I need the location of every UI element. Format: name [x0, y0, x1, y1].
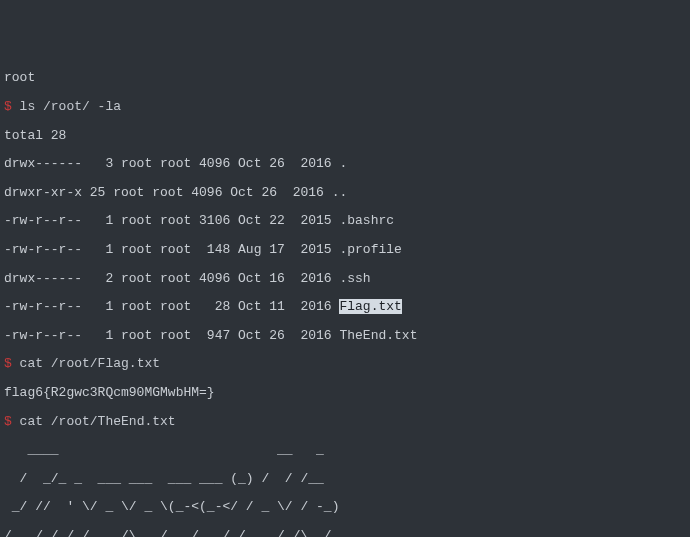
out-line: -rw-r--r-- 1 root root 3106 Oct 22 2015 … [4, 214, 686, 228]
command-text: cat /root/Flag.txt [20, 356, 160, 371]
ascii-art-line: _/ // ' \/ _ \/ _ \(_-<(_-</ / _ \/ / -_… [4, 500, 686, 514]
ascii-art-line: / _/_ _ ___ ___ ___ ___ (_) / / /__ [4, 472, 686, 486]
out-text: -rw-r--r-- 1 root root 28 Oct 11 2016 [4, 299, 339, 314]
out-line: -rw-r--r-- 1 root root 28 Oct 11 2016 Fl… [4, 300, 686, 314]
prompt: $ [4, 356, 20, 371]
ascii-art-line: /___/_/_/_/ .__/\___/___/___/_/_.__/_/\_… [4, 529, 686, 537]
command-text: cat /root/TheEnd.txt [20, 414, 176, 429]
cmd-line: $ cat /root/Flag.txt [4, 357, 686, 371]
out-line: root [4, 71, 686, 85]
out-line: drwx------ 2 root root 4096 Oct 16 2016 … [4, 272, 686, 286]
out-line: -rw-r--r-- 1 root root 148 Aug 17 2015 .… [4, 243, 686, 257]
out-line: -rw-r--r-- 1 root root 947 Oct 26 2016 T… [4, 329, 686, 343]
prompt: $ [4, 99, 20, 114]
out-line: drwxr-xr-x 25 root root 4096 Oct 26 2016… [4, 186, 686, 200]
cmd-line: $ cat /root/TheEnd.txt [4, 415, 686, 429]
cmd-line: $ ls /root/ -la [4, 100, 686, 114]
out-line: total 28 [4, 129, 686, 143]
highlight-flag-file: Flag.txt [339, 299, 401, 314]
terminal[interactable]: root $ ls /root/ -la total 28 drwx------… [0, 57, 690, 537]
command-text: ls /root/ -la [20, 99, 121, 114]
out-line: drwx------ 3 root root 4096 Oct 26 2016 … [4, 157, 686, 171]
out-line: flag6{R2gwc3RQcm90MGMwbHM=} [4, 386, 686, 400]
prompt: $ [4, 414, 20, 429]
ascii-art-line: ____ __ _ [4, 443, 686, 457]
